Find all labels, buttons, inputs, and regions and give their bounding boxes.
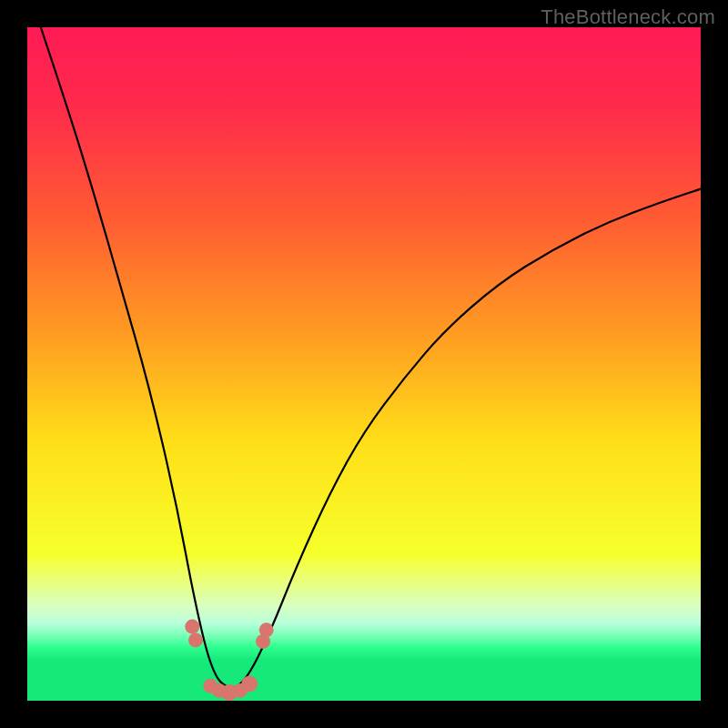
- data-point: [188, 632, 203, 647]
- bottleneck-curve-plot: [27, 27, 701, 701]
- data-point: [185, 620, 199, 634]
- watermark-text: TheBottleneck.com: [541, 5, 715, 29]
- bottleneck-curve: [41, 27, 701, 687]
- data-points-group: [185, 620, 273, 701]
- data-point: [259, 622, 274, 637]
- plot-frame: [27, 27, 701, 701]
- data-point: [241, 676, 258, 693]
